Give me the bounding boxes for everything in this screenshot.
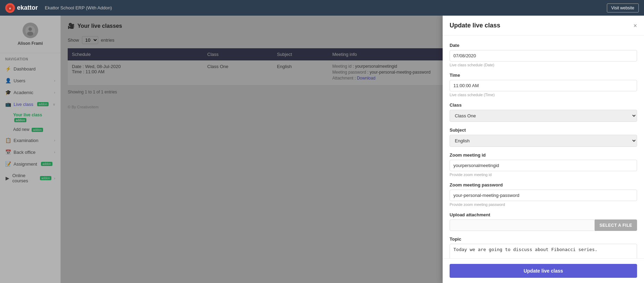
svg-text:e: e: [9, 7, 11, 10]
zoom-password-input[interactable]: [450, 190, 637, 201]
subject-select[interactable]: English Math Science: [450, 135, 637, 147]
time-label: Time: [450, 73, 637, 78]
zoom-password-label: Zoom meeting password: [450, 182, 637, 188]
upload-file-input[interactable]: [450, 219, 595, 231]
topic-textarea[interactable]: Today we are going to discuss about Fibo…: [450, 244, 637, 258]
select-file-button[interactable]: SELECT A FILE: [595, 219, 637, 231]
time-hint: Live class schedule (Time): [450, 93, 637, 97]
class-label: Class: [450, 102, 637, 108]
zoom-password-hint: Provide zoom meeting password: [450, 202, 637, 207]
topbar: e ekattor Ekattor School ERP (With Addon…: [0, 0, 644, 16]
drawer-footer: Update live class: [443, 258, 644, 283]
time-field-group: Time Live class schedule (Time): [450, 73, 637, 97]
class-field-group: Class Class One Class Two Class Three: [450, 102, 637, 122]
app-title: Ekattor School ERP (With Addon): [45, 5, 112, 10]
update-live-class-drawer: Update live class × Date Live class sche…: [443, 16, 644, 283]
class-select[interactable]: Class One Class Two Class Three: [450, 110, 637, 122]
upload-field-group: Upload attachment SELECT A FILE: [450, 212, 637, 231]
subject-field-group: Subject English Math Science: [450, 127, 637, 147]
upload-row: SELECT A FILE: [450, 219, 637, 231]
topic-label: Topic: [450, 236, 637, 242]
upload-label: Upload attachment: [450, 212, 637, 217]
date-input[interactable]: [450, 50, 637, 61]
date-field-group: Date Live class schedule (Date): [450, 43, 637, 67]
time-input[interactable]: [450, 80, 637, 91]
drawer-body: Date Live class schedule (Date) Time Liv…: [443, 36, 644, 258]
drawer-close-button[interactable]: ×: [633, 23, 637, 29]
drawer-header: Update live class ×: [443, 16, 644, 36]
topic-field-group: Topic Today we are going to discuss abou…: [450, 236, 637, 258]
main-layout: Alison Frami NAVIGATION ⚡ Dashboard 👤 Us…: [0, 16, 644, 283]
date-label: Date: [450, 43, 637, 48]
date-hint: Live class schedule (Date): [450, 63, 637, 67]
logo: e ekattor: [5, 3, 38, 13]
zoom-id-field-group: Zoom meeting id Provide zoom meeting id: [450, 152, 637, 177]
subject-label: Subject: [450, 127, 637, 133]
zoom-id-hint: Provide zoom meeting id: [450, 173, 637, 177]
zoom-id-label: Zoom meeting id: [450, 152, 637, 158]
drawer-title: Update live class: [450, 22, 500, 29]
zoom-id-input[interactable]: [450, 160, 637, 171]
zoom-password-field-group: Zoom meeting password Provide zoom meeti…: [450, 182, 637, 207]
logo-text: ekattor: [17, 4, 38, 11]
visit-website-button[interactable]: Visit website: [607, 3, 639, 13]
update-live-class-button[interactable]: Update live class: [450, 264, 637, 278]
logo-icon: e: [5, 3, 15, 13]
